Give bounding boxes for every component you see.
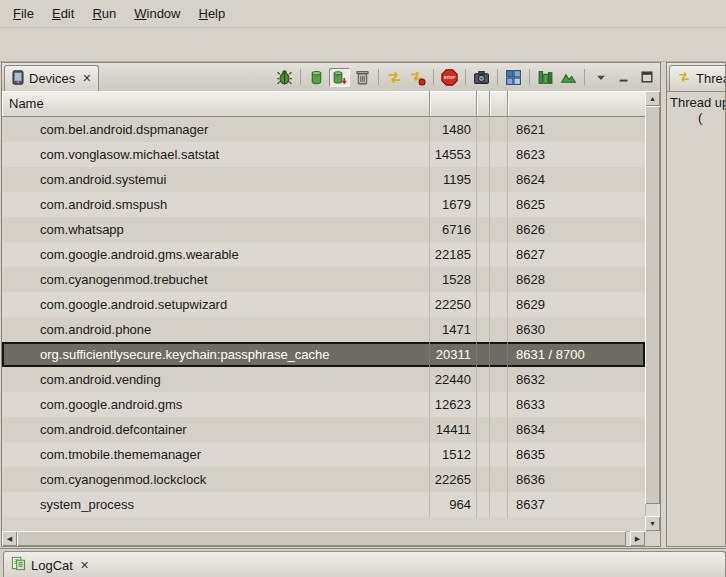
minimize-icon[interactable] xyxy=(613,68,634,87)
empty-cell xyxy=(490,217,508,242)
empty-cell xyxy=(490,467,508,492)
capture-systrace-icon[interactable] xyxy=(535,68,556,87)
empty-cell xyxy=(490,392,508,417)
empty-cell xyxy=(490,192,508,217)
process-row[interactable]: com.tmobile.thememanager15128635 xyxy=(2,442,645,467)
column-header-pid[interactable] xyxy=(430,91,477,117)
maximize-icon[interactable] xyxy=(636,68,657,87)
tab-logcat[interactable]: LogCat ✕ xyxy=(3,551,726,577)
empty-cell xyxy=(477,467,490,492)
process-name: com.google.android.gms xyxy=(2,392,430,417)
column-header-name[interactable]: Name xyxy=(2,91,430,117)
process-pid: 1480 xyxy=(430,117,477,142)
process-row[interactable]: com.vonglasow.michael.satstat145538623 xyxy=(2,142,645,167)
process-name: com.tmobile.thememanager xyxy=(2,442,430,467)
process-row[interactable]: com.cyanogenmod.trebuchet15288628 xyxy=(2,267,645,292)
horizontal-scrollbar-thumb[interactable] xyxy=(17,531,626,546)
process-pid: 22265 xyxy=(430,467,477,492)
stop-process-icon[interactable]: STOP xyxy=(439,68,460,87)
vertical-scrollbar[interactable]: ▲ ▼ xyxy=(645,91,660,531)
column-header-b[interactable] xyxy=(490,91,508,117)
view-hierarchy-icon[interactable] xyxy=(503,68,524,87)
process-pid: 1679 xyxy=(430,192,477,217)
view-menu-icon[interactable] xyxy=(590,68,611,87)
column-name-label: Name xyxy=(9,96,44,111)
process-row[interactable]: com.android.smspush16798625 xyxy=(2,192,645,217)
close-icon[interactable]: ✕ xyxy=(80,559,89,572)
process-port: 8624 xyxy=(508,167,645,192)
devices-panel: Devices ✕ STOP Name com.bel.android.dspm… xyxy=(1,62,661,547)
empty-cell xyxy=(477,367,490,392)
process-list: com.bel.android.dspmanager14808621com.vo… xyxy=(2,117,645,517)
process-row[interactable]: system_process9648637 xyxy=(2,492,645,517)
toolbar-separator xyxy=(497,69,498,85)
menu-edit[interactable]: Edit xyxy=(43,3,83,24)
tab-devices-label: Devices xyxy=(29,71,75,86)
process-port: 8623 xyxy=(508,142,645,167)
debug-icon[interactable] xyxy=(274,68,295,87)
empty-cell xyxy=(490,367,508,392)
process-row[interactable]: com.whatsapp67168626 xyxy=(2,217,645,242)
threads-message: Thread up ( xyxy=(667,92,725,546)
process-port: 8625 xyxy=(508,192,645,217)
process-row[interactable]: org.sufficientlysecure.keychain:passphra… xyxy=(2,342,645,367)
process-row[interactable]: com.google.android.gms.wearable221858627 xyxy=(2,242,645,267)
empty-cell xyxy=(490,317,508,342)
empty-cell xyxy=(477,117,490,142)
process-port: 8630 xyxy=(508,317,645,342)
threads-panel: Threads Thread up ( xyxy=(666,62,726,547)
menu-file[interactable]: File xyxy=(4,3,43,24)
application-toolbar xyxy=(0,28,726,62)
tab-devices[interactable]: Devices ✕ xyxy=(4,65,99,91)
empty-cell xyxy=(490,442,508,467)
scroll-left-icon[interactable]: ◀ xyxy=(2,531,17,546)
process-row[interactable]: com.android.systemui11958624 xyxy=(2,167,645,192)
close-icon[interactable]: ✕ xyxy=(82,72,91,85)
process-row[interactable]: com.android.defcontainer144118634 xyxy=(2,417,645,442)
process-name: com.android.smspush xyxy=(2,192,430,217)
process-row[interactable]: com.android.phone14718630 xyxy=(2,317,645,342)
process-pid: 1528 xyxy=(430,267,477,292)
horizontal-scrollbar[interactable]: ◀ ▶ xyxy=(2,531,645,546)
tab-logcat-label: LogCat xyxy=(31,558,73,573)
menubar: File Edit Run Window Help xyxy=(0,0,726,28)
start-method-profiling-icon[interactable] xyxy=(407,68,428,87)
scroll-right-icon[interactable]: ▶ xyxy=(630,531,645,546)
process-port: 8636 xyxy=(508,467,645,492)
cause-gc-icon[interactable] xyxy=(352,68,373,87)
menu-run[interactable]: Run xyxy=(83,3,125,24)
process-row[interactable]: com.google.android.gms126238633 xyxy=(2,392,645,417)
threads-icon xyxy=(677,70,691,87)
empty-cell xyxy=(477,417,490,442)
empty-cell xyxy=(490,167,508,192)
vertical-scrollbar-thumb[interactable] xyxy=(645,106,660,504)
process-name: com.android.defcontainer xyxy=(2,417,430,442)
process-row[interactable]: com.cyanogenmod.lockclock222658636 xyxy=(2,467,645,492)
process-row[interactable]: com.google.android.setupwizard222508629 xyxy=(2,292,645,317)
menu-window[interactable]: Window xyxy=(125,3,189,24)
dump-hprof-icon[interactable] xyxy=(329,68,350,87)
empty-cell xyxy=(490,417,508,442)
start-opengl-trace-icon[interactable] xyxy=(558,68,579,87)
empty-cell xyxy=(490,117,508,142)
scroll-up-icon[interactable]: ▲ xyxy=(645,91,660,106)
process-port: 8634 xyxy=(508,417,645,442)
menu-help[interactable]: Help xyxy=(189,3,234,24)
toolbar-separator xyxy=(300,69,301,85)
process-row[interactable]: com.android.vending224408632 xyxy=(2,367,645,392)
empty-cell xyxy=(477,317,490,342)
process-port: 8633 xyxy=(508,392,645,417)
update-threads-icon[interactable] xyxy=(384,68,405,87)
process-row[interactable]: com.bel.android.dspmanager14808621 xyxy=(2,117,645,142)
tab-threads[interactable]: Threads xyxy=(669,65,725,91)
column-header-a[interactable] xyxy=(477,91,490,117)
process-name: com.vonglasow.michael.satstat xyxy=(2,142,430,167)
update-heap-icon[interactable] xyxy=(306,68,327,87)
scroll-down-icon[interactable]: ▼ xyxy=(645,516,660,531)
threads-panel-header: Threads xyxy=(667,63,725,92)
process-pid: 964 xyxy=(430,492,477,517)
process-name: com.bel.android.dspmanager xyxy=(2,117,430,142)
screen-capture-icon[interactable] xyxy=(471,68,492,87)
column-header-port[interactable] xyxy=(508,91,645,117)
process-name: system_process xyxy=(2,492,430,517)
